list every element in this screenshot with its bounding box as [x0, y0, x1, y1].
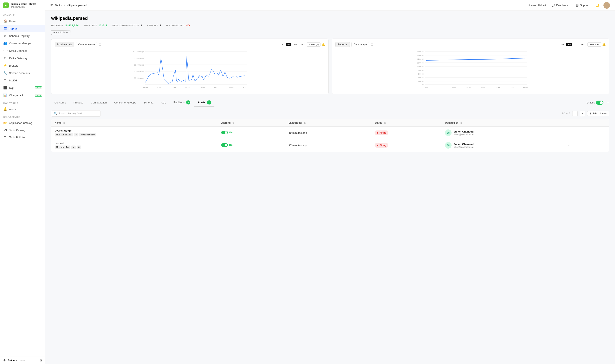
feedback-button[interactable]: 💬 Feedback: [550, 3, 570, 8]
tabs-more-button[interactable]: ⋯: [605, 100, 609, 105]
chart-right-info-icon[interactable]: ⓘ: [371, 43, 373, 46]
sidebar-item-topics[interactable]: ☰ Topics: [0, 25, 45, 32]
tab-configuration[interactable]: Configuration: [87, 99, 110, 106]
sidebar-item-sql-label: SQL: [9, 86, 14, 90]
sidebar-item-topic-policies[interactable]: 🛡 Topic Policies: [0, 134, 45, 141]
search-input[interactable]: [59, 112, 98, 115]
sidebar-item-consumer-groups[interactable]: 👥 Consumer Groups: [0, 39, 45, 47]
last-trigger-sort-icon[interactable]: ⇅: [304, 121, 306, 124]
row2-condition: MessageIn > 0: [55, 145, 215, 149]
svg-text:100.00 msg/s: 100.00 msg/s: [133, 51, 144, 53]
tab-consume[interactable]: Consume: [51, 99, 69, 106]
sidebar-item-kafka-gateway[interactable]: ⊞ Kafka Gateway: [0, 54, 45, 62]
sidebar-expand-icon[interactable]: ⌄: [40, 4, 42, 7]
settings-row[interactable]: ⚙ Settings main ⊡: [0, 357, 45, 364]
sidebar-item-kafka-connect[interactable]: ⟷ Kafka Connect: [0, 47, 45, 54]
graphs-toggle[interactable]: Graphs: [587, 101, 603, 105]
row2-alerting-cell: On: [218, 139, 285, 152]
chart-right-30d-btn[interactable]: 30D: [579, 43, 587, 46]
sidebar-item-home[interactable]: 🏠 Home: [0, 17, 45, 25]
updated-by-sort-icon[interactable]: ⇅: [460, 121, 462, 124]
pagination-label: 1-2 of 2: [562, 112, 571, 115]
sidebar-item-service-accounts[interactable]: 🔧 Service Accounts: [0, 69, 45, 77]
chart-right-alerts-btn[interactable]: Alerts (0): [587, 42, 601, 47]
consume-rate-tab[interactable]: Consume rate: [76, 42, 97, 47]
org-sub: shadow-julien: [11, 6, 38, 8]
edit-columns-button[interactable]: ⚙ Edit columns: [587, 111, 609, 116]
row1-menu-button[interactable]: ⋯: [567, 130, 573, 135]
row1-status-text: Firing: [379, 131, 386, 134]
chart-left-30d-btn[interactable]: 30D: [299, 43, 306, 46]
chart-right-7d-btn[interactable]: 7D: [573, 43, 579, 46]
add-label-button[interactable]: + + Add label: [51, 30, 70, 35]
chart-right-1h-btn[interactable]: 1H: [560, 43, 565, 46]
topic-catalog-icon: 🏷: [3, 129, 7, 132]
main-panel: Topics / wikipedia.parsed License: 20d l…: [45, 0, 615, 364]
sidebar-item-brokers[interactable]: ⚡ Brokers: [0, 62, 45, 69]
breadcrumb-topics[interactable]: Topics: [55, 4, 63, 7]
support-button[interactable]: 🎧 Support: [574, 3, 591, 8]
row2-toggle-switch[interactable]: [221, 143, 228, 147]
table-row: testtest MessageIn > 0 On: [51, 139, 609, 152]
tab-schema[interactable]: Schema: [140, 99, 157, 106]
chart-left-bell-icon[interactable]: 🔔: [321, 43, 325, 46]
sidebar-item-chargeback[interactable]: 📊 Chargeback BETA: [0, 91, 45, 99]
theme-toggle[interactable]: 🌙: [595, 3, 599, 7]
chart-left-alerts-btn[interactable]: Alerts (1): [307, 42, 321, 47]
kafka-connect-icon: ⟷: [3, 49, 7, 52]
next-page-button[interactable]: ›: [580, 111, 585, 116]
replication-factor-value: 2: [140, 24, 142, 27]
sidebar-item-alerts[interactable]: 🔔 Alerts: [0, 105, 45, 113]
row1-condition: MessageSize > 4000000000: [55, 133, 215, 136]
chart-left-1h-btn[interactable]: 1H: [279, 43, 285, 46]
chart-right-bell-icon[interactable]: 🔔: [602, 43, 606, 46]
brokers-icon: ⚡: [3, 64, 7, 67]
graphs-toggle-switch[interactable]: [596, 101, 603, 105]
records-tab[interactable]: Records: [335, 42, 350, 47]
tab-consumer-groups[interactable]: Consumer Groups: [111, 99, 139, 106]
alerting-sort-icon[interactable]: ⇅: [232, 121, 234, 124]
sidebar-item-topic-catalog[interactable]: 🏷 Topic Catalog: [0, 127, 45, 134]
edit-columns-icon: ⚙: [589, 112, 592, 115]
svg-text:10.00 M: 10.00 M: [417, 65, 423, 68]
min-isr-value: 1: [160, 24, 161, 27]
status-sort-icon[interactable]: ⇅: [384, 121, 386, 124]
row2-last-trigger-cell: 17 minutes ago: [285, 139, 371, 152]
col-status: Status ⇅: [371, 119, 442, 127]
chart-left-7d-btn[interactable]: 7D: [292, 43, 298, 46]
prev-page-button[interactable]: ‹: [572, 111, 578, 116]
row1-alerting-toggle[interactable]: On: [221, 131, 233, 134]
feedback-icon: 💬: [552, 4, 555, 7]
name-sort-icon[interactable]: ⇅: [63, 121, 65, 124]
kafka-gateway-icon: ⊞: [3, 56, 7, 60]
tab-partitions[interactable]: Partitions 2: [170, 98, 194, 107]
chargeback-icon: 📊: [3, 93, 7, 97]
sidebar-item-ksqldb[interactable]: ◫ ksqlDB: [0, 77, 45, 84]
tab-produce[interactable]: Produce: [70, 99, 87, 106]
row1-actions-cell: ⋯: [563, 127, 609, 139]
disk-usage-tab[interactable]: Disk usage: [351, 42, 369, 47]
produce-rate-tab[interactable]: Produce rate: [55, 42, 74, 47]
sidebar-item-schema-registry[interactable]: ◇ Schema Registry: [0, 32, 45, 39]
svg-rect-1: [51, 5, 52, 6]
chart-left-1d-btn[interactable]: 1D: [286, 43, 291, 46]
sidebar-layout-icon[interactable]: ⊡: [40, 359, 42, 362]
col-last-trigger: Last trigger ⇅: [285, 119, 371, 127]
alerts-badge: 2: [207, 100, 211, 104]
chart-right-1d-btn[interactable]: 1D: [566, 43, 572, 46]
row2-cond-val: 0: [77, 145, 81, 149]
sidebar-item-app-catalog[interactable]: 📂 Application Catalog: [0, 119, 45, 127]
sidebar-item-sql[interactable]: ⬛ SQL BETA: [0, 84, 45, 91]
user-avatar[interactable]: [603, 2, 610, 9]
row1-toggle-switch[interactable]: [221, 131, 228, 134]
row2-user-avatar: JC: [445, 142, 452, 149]
row2-menu-button[interactable]: ⋯: [567, 143, 573, 148]
row2-user-initials: JC: [447, 144, 450, 146]
sidebar-item-schema-registry-label: Schema Registry: [9, 34, 29, 38]
row2-alerting-toggle[interactable]: On: [221, 143, 233, 147]
chart-left-info-icon[interactable]: ⓘ: [99, 43, 101, 46]
tab-acl[interactable]: ACL: [157, 99, 169, 106]
sidebar-section-self-service: SELF-SERVICE: [0, 113, 45, 119]
tab-alerts[interactable]: Alerts 2: [195, 98, 214, 107]
svg-text:15:00: 15:00: [523, 87, 528, 89]
